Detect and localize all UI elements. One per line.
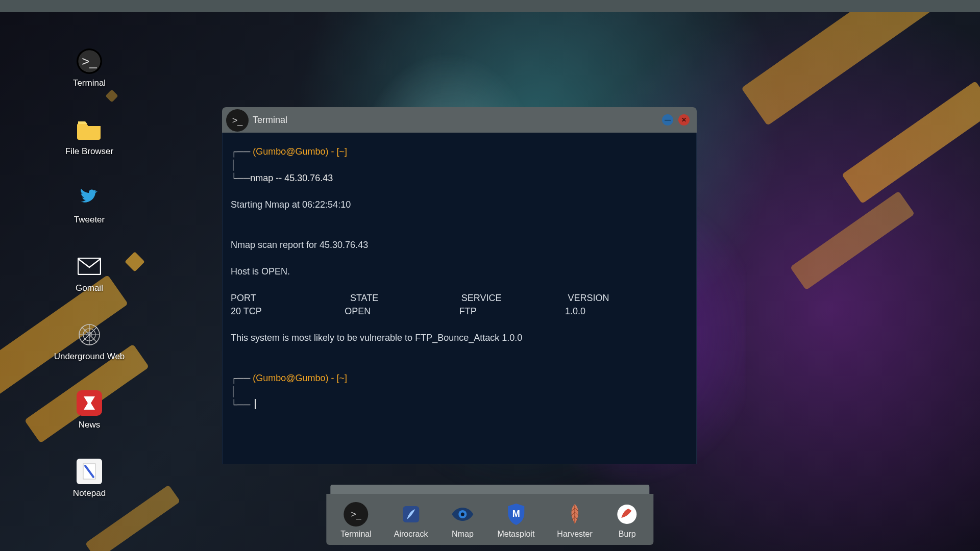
desktop-icon-gomail[interactable]: Gomail: [51, 254, 128, 293]
dock-label: Burp: [619, 530, 636, 539]
desktop-icons: >_ Terminal File Browser Tweeter Gomail …: [51, 48, 128, 498]
dock-item-nmap[interactable]: Nmap: [450, 502, 475, 539]
terminal-output-line: This system is most likely to be vulnera…: [231, 333, 522, 343]
scan-row-version: 1.0.0: [565, 306, 585, 316]
desktop-icon-terminal[interactable]: >_ Terminal: [51, 48, 128, 88]
desktop-icon-label: Tweeter: [74, 215, 105, 225]
dock-label: Airocrack: [394, 530, 428, 539]
desktop-icon-label: Terminal: [73, 78, 106, 88]
dock-item-burp[interactable]: Burp: [615, 502, 640, 539]
dock-item-metasploit[interactable]: M Metasploit: [497, 502, 534, 539]
minimize-button[interactable]: —: [662, 114, 673, 126]
dock-label: Nmap: [452, 530, 474, 539]
dock-shelf: [330, 485, 649, 494]
folder-icon: [77, 117, 102, 142]
terminal-window[interactable]: >_ Terminal — ✕ ┌── (Gumbo@Gumbo) - [~] …: [222, 107, 697, 464]
dock-item-harvester[interactable]: Harvester: [557, 502, 592, 539]
terminal-app-icon: >_: [226, 109, 249, 132]
terminal-output-line: Host is OPEN.: [231, 266, 290, 277]
feather-icon: [562, 502, 587, 527]
desktop-icon-label: Gomail: [76, 283, 103, 293]
desktop-icon-label: Notepad: [73, 488, 106, 498]
scan-header-version: VERSION: [568, 293, 609, 303]
prompt-user: (Gumbo@Gumbo) - [~]: [253, 146, 347, 157]
terminal-cursor: [255, 399, 256, 409]
burp-icon: [615, 502, 640, 527]
close-button[interactable]: ✕: [678, 114, 690, 126]
desktop-icon-label: News: [79, 420, 101, 430]
dock: >_ Terminal Airocrack Nmap M Metasploit: [326, 485, 653, 545]
dock-label: Terminal: [340, 530, 371, 539]
dock-label: Harvester: [557, 530, 592, 539]
scan-header-service: SERVICE: [461, 293, 502, 303]
terminal-output-line: Starting Nmap at 06:22:54:10: [231, 199, 351, 210]
terminal-icon: >_: [344, 502, 369, 527]
scan-row-port: 20 TCP: [231, 306, 262, 316]
svg-text:M: M: [512, 509, 520, 519]
airocrack-icon: [399, 502, 423, 527]
terminal-output-line: Nmap scan report for 45.30.76.43: [231, 240, 368, 250]
shield-icon: M: [504, 502, 528, 527]
terminal-titlebar[interactable]: >_ Terminal — ✕: [222, 107, 697, 133]
terminal-body[interactable]: ┌── (Gumbo@Gumbo) - [~] │ └──nmap -- 45.…: [222, 133, 697, 464]
dock-item-airocrack[interactable]: Airocrack: [394, 502, 428, 539]
prompt-user: (Gumbo@Gumbo) - [~]: [253, 373, 347, 383]
svg-point-11: [461, 513, 464, 516]
scan-row-service: FTP: [459, 306, 477, 316]
scan-header-port: PORT: [231, 293, 256, 303]
news-icon: [77, 390, 102, 416]
terminal-command: nmap -- 45.30.76.43: [250, 173, 333, 183]
window-title: Terminal: [253, 115, 287, 126]
top-menubar[interactable]: [0, 0, 980, 12]
web-icon: [77, 322, 102, 347]
dock-label: Metasploit: [497, 530, 534, 539]
desktop-icon-label: Underground Web: [54, 352, 125, 362]
terminal-icon: >_: [77, 48, 102, 74]
eye-icon: [450, 502, 475, 527]
scan-header-state: STATE: [350, 293, 378, 303]
scan-row-state: OPEN: [345, 306, 371, 316]
desktop-icon-tweeter[interactable]: Tweeter: [51, 185, 128, 225]
desktop-icon-notepad[interactable]: Notepad: [51, 459, 128, 498]
mail-icon: [77, 254, 102, 279]
desktop-icon-underground[interactable]: Underground Web: [51, 322, 128, 362]
bird-icon: [77, 185, 102, 211]
desktop-icon-label: File Browser: [65, 146, 113, 157]
notepad-icon: [77, 459, 102, 484]
desktop-icon-news[interactable]: News: [51, 390, 128, 430]
desktop-icon-filebrowser[interactable]: File Browser: [51, 117, 128, 157]
dock-item-terminal[interactable]: >_ Terminal: [340, 502, 371, 539]
